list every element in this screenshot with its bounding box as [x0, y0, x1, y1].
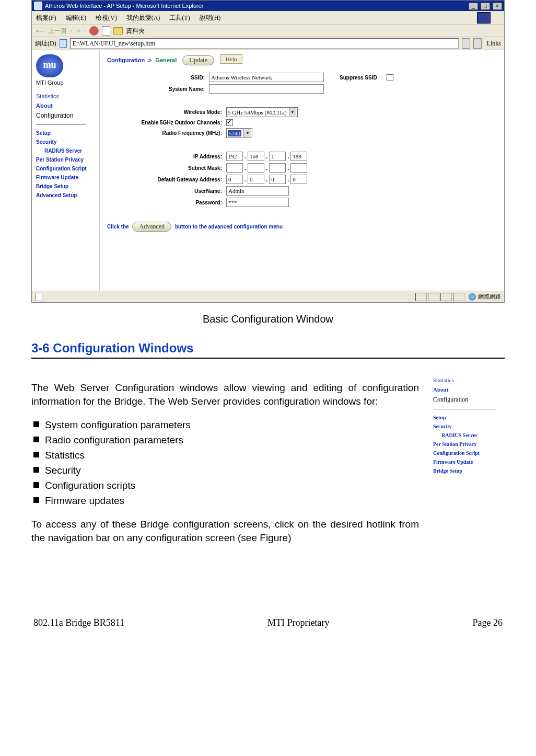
page-footer: 802.11a Bridge BR5811 MTI Proprietary Pa… [31, 617, 505, 628]
address-input[interactable] [70, 38, 459, 49]
menu-edit[interactable]: 編輯(E) [66, 13, 86, 22]
browser-window: Atheros Web Interface - AP Setup - Micro… [31, 0, 505, 303]
wmode-select[interactable]: 5 GHz 54Mbps (802.11a)▾ [226, 107, 298, 117]
fig-setup[interactable]: Setup [433, 415, 503, 420]
menu-help[interactable]: 說明(H) [200, 13, 221, 22]
minimize-button[interactable]: _ [469, 3, 478, 10]
nav-about[interactable]: About [36, 102, 96, 109]
window-controls[interactable]: _ □ × [468, 1, 502, 11]
bullet-list: System configuration parameters Radio co… [31, 418, 419, 508]
para-2: To access any of these Bridge configurat… [31, 518, 419, 545]
window-title: Atheros Web Interface - AP Setup - Micro… [45, 1, 468, 11]
fig-bridge-setup[interactable]: Bridge Setup [433, 468, 503, 474]
mask-3-input[interactable] [269, 163, 286, 173]
pass-input[interactable] [226, 198, 289, 207]
outdoor-checkbox[interactable] [226, 119, 233, 126]
footer-right: Page 26 [473, 617, 503, 628]
gw-2-input[interactable] [248, 175, 264, 184]
para-1: The Web Server Configuration windows all… [31, 381, 419, 408]
ip-2-input[interactable] [248, 152, 264, 161]
fig-config-script[interactable]: Configuration Script [433, 450, 503, 456]
user-input[interactable] [226, 186, 289, 196]
fig-about[interactable]: About [433, 386, 503, 393]
ip-4-input[interactable] [290, 152, 307, 161]
menu-favorites[interactable]: 我的最愛(A) [126, 13, 160, 22]
mask-2-input[interactable] [248, 163, 264, 173]
gw-4-input[interactable] [290, 175, 307, 184]
ip-1-input[interactable] [226, 152, 243, 161]
fig-security[interactable]: Security [433, 423, 503, 429]
user-label: UserName: [107, 188, 226, 194]
menu-file[interactable]: 檔案(F) [36, 13, 56, 22]
chevron-down-icon: ▾ [243, 129, 251, 137]
fig-statistics[interactable]: Statistics [433, 377, 503, 383]
nav-figure: Statistics About Configuration Setup Sec… [428, 371, 505, 482]
nav-security[interactable]: Security [36, 139, 96, 145]
fig-configuration[interactable]: Configuration [433, 396, 503, 404]
stop-icon[interactable] [89, 26, 99, 36]
ssid-input[interactable] [209, 73, 324, 82]
content-pane: MTI Group Statistics About Configuration… [32, 50, 504, 291]
list-item: Radio configuration parameters [45, 433, 419, 447]
breadcrumb: Configuration -> General Update Help [107, 54, 497, 65]
suppress-ssid-checkbox[interactable] [387, 74, 393, 81]
nav-bridge-setup[interactable]: Bridge Setup [36, 184, 96, 189]
address-dropdown-icon[interactable] [462, 38, 470, 49]
help-button[interactable]: Help [220, 54, 242, 64]
fig-radius[interactable]: RADIUS Server [441, 432, 503, 438]
pass-label: Password: [107, 200, 226, 205]
nav-advanced-setup[interactable]: Advanced Setup [36, 192, 96, 198]
maximize-button[interactable]: □ [481, 3, 490, 10]
statusbar: 網際網路 [32, 291, 504, 302]
zone-label: 網際網路 [478, 293, 501, 301]
menu-view[interactable]: 檢視(V) [96, 13, 117, 22]
fig-per-station[interactable]: Per Station Privacy [433, 441, 503, 447]
update-button[interactable]: Update [182, 55, 214, 65]
ie-logo-icon [477, 12, 491, 24]
nav-config-script[interactable]: Configuration Script [36, 166, 96, 171]
ip-3-input[interactable] [269, 152, 286, 161]
gw-3-input[interactable] [269, 175, 286, 184]
mask-1-input[interactable] [226, 163, 243, 173]
radio-label: Radio Frequency (MHz): [107, 130, 226, 136]
gw-1-input[interactable] [226, 175, 243, 184]
address-label: 網址(D) [35, 39, 56, 48]
folders-icon[interactable] [113, 27, 123, 35]
go-button[interactable] [473, 38, 482, 49]
nav-statistics[interactable]: Statistics [36, 93, 96, 99]
list-item: Security [45, 464, 419, 477]
chevron-down-icon: ▾ [289, 108, 296, 116]
ie-icon [34, 2, 42, 10]
nav-setup[interactable]: Setup [36, 130, 96, 136]
fig-firmware[interactable]: Firmware Update [433, 459, 503, 465]
mti-logo-icon [36, 54, 63, 77]
refresh-icon[interactable] [102, 26, 110, 36]
gw-label: Default Gateway Address: [107, 177, 226, 182]
nav-radius[interactable]: RADIUS Server [44, 148, 96, 154]
list-item: Firmware updates [45, 494, 419, 508]
heading-rule [31, 358, 505, 359]
back-button[interactable]: 上一頁 [48, 26, 67, 36]
close-button[interactable]: × [493, 3, 502, 10]
list-item: Configuration scripts [45, 479, 419, 492]
advanced-line: Click the Advanced button to the advance… [107, 222, 497, 232]
menu-tools[interactable]: 工具(T) [169, 13, 190, 22]
links-label[interactable]: Links [487, 39, 501, 48]
back-arrow-icon[interactable]: ⟵ [36, 27, 45, 35]
list-item: System configuration parameters [45, 418, 419, 432]
sysname-input[interactable] [209, 84, 324, 94]
main-form: Configuration -> General Update Help SSI… [100, 50, 504, 291]
nav-firmware[interactable]: Firmware Update [36, 175, 96, 180]
sidebar: MTI Group Statistics About Configuration… [32, 50, 100, 291]
folders-button[interactable]: 資料夾 [126, 26, 145, 36]
advanced-button[interactable]: Advanced [132, 222, 171, 232]
sysname-label: System Name: [107, 86, 209, 92]
globe-icon [469, 293, 476, 301]
nav-configuration[interactable]: Configuration [36, 112, 96, 119]
mask-4-input[interactable] [290, 163, 307, 173]
page-icon [60, 39, 67, 48]
radio-select[interactable]: 5740▾ [226, 128, 252, 138]
nav-per-station[interactable]: Per Station Privacy [36, 157, 96, 163]
footer-left: 802.11a Bridge BR5811 [33, 617, 124, 628]
forward-arrow-icon[interactable]: ➔ [75, 27, 80, 35]
